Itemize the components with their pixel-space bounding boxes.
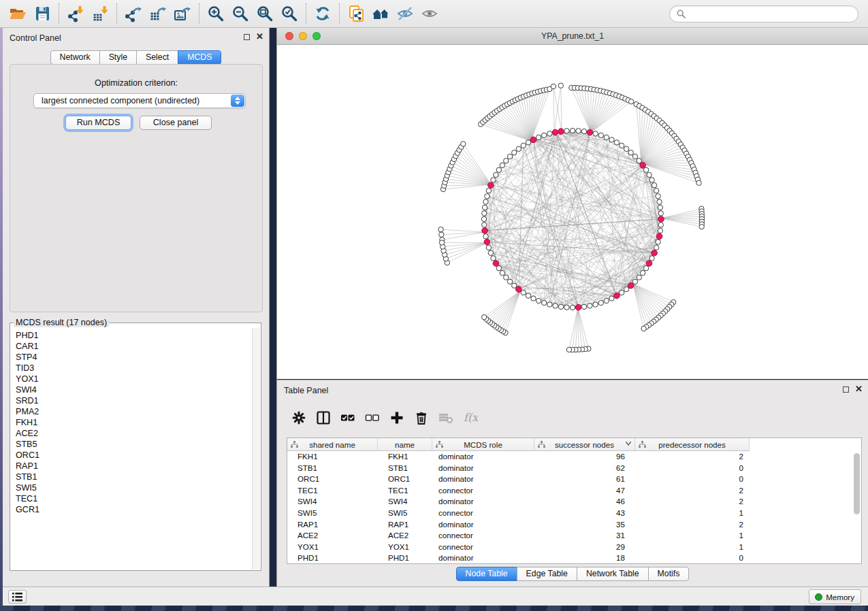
open-file-button[interactable] bbox=[5, 2, 30, 25]
mcds-node[interactable] bbox=[575, 304, 581, 310]
mcds-node[interactable] bbox=[516, 286, 522, 293]
network-node[interactable] bbox=[491, 178, 496, 182]
leaf-node[interactable] bbox=[439, 240, 444, 245]
leaf-node[interactable] bbox=[628, 99, 633, 104]
leaf-node[interactable] bbox=[699, 225, 704, 229]
network-node[interactable] bbox=[547, 302, 552, 307]
network-node[interactable] bbox=[632, 154, 637, 159]
table-row[interactable]: TEC1TEC1connector472 bbox=[287, 485, 861, 497]
network-canvas[interactable] bbox=[277, 45, 868, 379]
column-header-shared-name[interactable]: shared name bbox=[287, 438, 378, 451]
run-mcds-button[interactable]: Run MCDS bbox=[65, 116, 131, 130]
table-row[interactable]: SWI4SWI4dominator462 bbox=[287, 496, 861, 508]
network-node[interactable] bbox=[657, 199, 662, 204]
mcds-node[interactable] bbox=[656, 233, 662, 240]
result-node[interactable]: CAR1 bbox=[16, 341, 252, 352]
export-image-button[interactable] bbox=[170, 2, 195, 25]
mcds-node[interactable] bbox=[484, 239, 490, 245]
network-node[interactable] bbox=[542, 300, 547, 305]
result-node[interactable]: TEC1 bbox=[16, 493, 252, 504]
network-node[interactable] bbox=[658, 205, 662, 210]
result-node[interactable]: YOX1 bbox=[16, 374, 252, 384]
network-node[interactable] bbox=[496, 266, 501, 271]
close-panel-icon[interactable]: ✕ bbox=[256, 33, 263, 40]
result-node[interactable]: PHD1 bbox=[16, 330, 252, 341]
table-row[interactable]: ACE2ACE2connector311 bbox=[287, 530, 861, 542]
table-row[interactable]: FKH1FKH1dominator962 bbox=[287, 451, 861, 463]
network-node[interactable] bbox=[526, 293, 530, 298]
criterion-dropdown[interactable]: largest connected component (undirected) bbox=[33, 93, 246, 108]
export-network-button[interactable] bbox=[121, 2, 146, 25]
export-table-button[interactable] bbox=[146, 2, 170, 25]
network-node[interactable] bbox=[482, 205, 487, 210]
network-node[interactable] bbox=[483, 199, 488, 204]
column-selector-button[interactable] bbox=[311, 407, 336, 429]
tab-node-table[interactable]: Node Table bbox=[456, 567, 517, 581]
add-row-button[interactable] bbox=[385, 407, 409, 429]
result-node[interactable]: SRD1 bbox=[16, 395, 252, 406]
hide-selected-button[interactable] bbox=[393, 2, 417, 25]
leaf-node[interactable] bbox=[461, 142, 466, 146]
table-row[interactable]: PHD1PHD1dominator180 bbox=[287, 552, 861, 564]
network-node[interactable] bbox=[483, 234, 488, 239]
network-node[interactable] bbox=[658, 211, 663, 216]
table-row[interactable]: YOX1YOX1connector291 bbox=[287, 542, 861, 553]
duplicate-network-button[interactable] bbox=[344, 2, 368, 25]
leaf-node[interactable] bbox=[558, 83, 563, 88]
network-node[interactable] bbox=[542, 133, 547, 137]
network-node[interactable] bbox=[486, 188, 491, 193]
network-node[interactable] bbox=[485, 194, 489, 199]
table-row[interactable]: STB1STB1dominator620 bbox=[287, 463, 861, 474]
network-node[interactable] bbox=[598, 133, 603, 137]
network-node[interactable] bbox=[482, 211, 487, 216]
result-node[interactable]: STB5 bbox=[16, 439, 252, 450]
network-node[interactable] bbox=[647, 172, 652, 177]
tab-network[interactable]: Network bbox=[50, 50, 100, 65]
network-node[interactable] bbox=[512, 150, 517, 155]
network-node[interactable] bbox=[521, 290, 526, 295]
network-node[interactable] bbox=[609, 296, 614, 301]
network-node[interactable] bbox=[521, 143, 526, 148]
tab-motifs[interactable]: Motifs bbox=[648, 567, 690, 581]
leaf-node[interactable] bbox=[551, 84, 556, 88]
network-node[interactable] bbox=[588, 303, 592, 308]
network-node[interactable] bbox=[643, 167, 648, 172]
zoom-out-button[interactable] bbox=[228, 2, 253, 25]
network-node[interactable] bbox=[494, 172, 498, 177]
mcds-node[interactable] bbox=[614, 293, 620, 299]
close-panel-button[interactable]: Close panel bbox=[140, 116, 212, 130]
network-node[interactable] bbox=[658, 228, 662, 233]
column-menu-icon[interactable] bbox=[626, 442, 631, 446]
zoom-selected-button[interactable] bbox=[277, 2, 302, 25]
network-node[interactable] bbox=[491, 256, 496, 261]
network-node[interactable] bbox=[640, 270, 645, 275]
result-scrollbar[interactable] bbox=[252, 328, 260, 569]
table-row[interactable]: RAP1RAP1dominator352 bbox=[287, 519, 861, 531]
tab-edge-table[interactable]: Edge Table bbox=[517, 567, 577, 581]
network-node[interactable] bbox=[649, 178, 654, 182]
import-network-button[interactable] bbox=[63, 2, 88, 25]
result-node[interactable]: FKH1 bbox=[16, 417, 252, 428]
column-header-name[interactable]: name bbox=[378, 438, 432, 451]
float-panel-icon[interactable] bbox=[843, 386, 849, 393]
zoom-fit-button[interactable] bbox=[253, 2, 277, 25]
network-node[interactable] bbox=[654, 245, 658, 250]
float-panel-icon[interactable] bbox=[244, 34, 250, 40]
network-node[interactable] bbox=[504, 159, 509, 163]
table-row[interactable]: SWI5SWI5connector431 bbox=[287, 508, 861, 519]
network-node[interactable] bbox=[512, 283, 517, 288]
result-node[interactable]: TID3 bbox=[16, 363, 252, 374]
close-panel-icon[interactable]: ✕ bbox=[855, 386, 863, 393]
network-node[interactable] bbox=[624, 146, 628, 151]
table-row[interactable]: ORC1ORC1dominator610 bbox=[287, 474, 861, 485]
network-node[interactable] bbox=[531, 296, 536, 301]
network-node[interactable] bbox=[652, 183, 656, 188]
network-node[interactable] bbox=[593, 302, 598, 307]
network-node[interactable] bbox=[564, 129, 569, 133]
refresh-button[interactable] bbox=[310, 2, 335, 25]
maximize-window-icon[interactable] bbox=[312, 32, 321, 40]
network-node[interactable] bbox=[504, 275, 509, 280]
result-node[interactable]: SWI4 bbox=[16, 384, 252, 395]
network-node[interactable] bbox=[570, 305, 575, 310]
network-node[interactable] bbox=[654, 188, 658, 193]
